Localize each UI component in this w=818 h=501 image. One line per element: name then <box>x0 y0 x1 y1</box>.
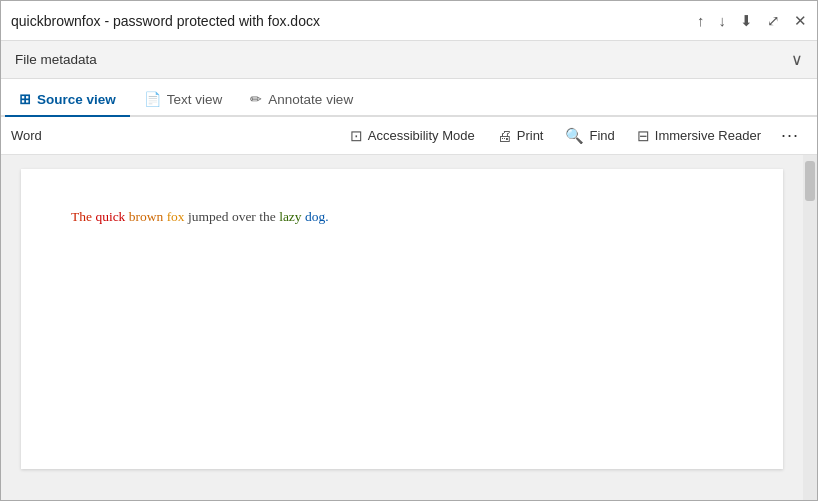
accessibility-icon: ⊡ <box>350 127 363 145</box>
accessibility-mode-button[interactable]: ⊡ Accessibility Mode <box>340 122 485 150</box>
window-title: quickbrownfox - password protected with … <box>11 13 697 29</box>
tab-source-view-label: Source view <box>37 92 116 107</box>
immersive-reader-icon: ⊟ <box>637 127 650 145</box>
immersive-reader-label: Immersive Reader <box>655 128 761 143</box>
tab-bar: ⊞ Source view 📄 Text view ✏ Annotate vie… <box>1 79 817 117</box>
word-brown: brown <box>129 209 167 224</box>
more-icon: ··· <box>781 125 799 145</box>
find-button[interactable]: 🔍 Find <box>555 122 624 150</box>
word-lazy: lazy <box>279 209 305 224</box>
document-text: The quick brown fox jumped over the lazy… <box>71 209 733 225</box>
document-area: The quick brown fox jumped over the lazy… <box>1 155 803 501</box>
more-options-button[interactable]: ··· <box>773 120 807 151</box>
toolbar-actions: ⊡ Accessibility Mode 🖨 Print 🔍 Find ⊟ Im… <box>340 120 807 151</box>
expand-icon[interactable]: ⤢ <box>767 12 780 30</box>
scroll-down-icon[interactable]: ↓ <box>719 12 727 29</box>
toolbar-word-label: Word <box>11 128 42 143</box>
title-bar-controls: ↑ ↓ ⬇ ⤢ ✕ <box>697 12 807 30</box>
tab-annotate-view-label: Annotate view <box>268 92 353 107</box>
toolbar: Word ⊡ Accessibility Mode 🖨 Print 🔍 Find… <box>1 117 817 155</box>
immersive-reader-button[interactable]: ⊟ Immersive Reader <box>627 122 771 150</box>
search-icon: 🔍 <box>565 127 584 145</box>
tab-text-view-label: Text view <box>167 92 223 107</box>
document-page: The quick brown fox jumped over the lazy… <box>21 169 783 469</box>
accessibility-mode-label: Accessibility Mode <box>368 128 475 143</box>
metadata-chevron-icon[interactable]: ∨ <box>791 50 803 69</box>
tab-text-view[interactable]: 📄 Text view <box>130 83 237 117</box>
scroll-up-icon[interactable]: ↑ <box>697 12 705 29</box>
word-the: The <box>71 209 95 224</box>
content-area: The quick brown fox jumped over the lazy… <box>1 155 817 501</box>
print-button[interactable]: 🖨 Print <box>487 122 554 149</box>
print-label: Print <box>517 128 544 143</box>
tab-annotate-view[interactable]: ✏ Annotate view <box>236 83 367 117</box>
text-view-icon: 📄 <box>144 91 161 107</box>
word-fox: fox <box>167 209 188 224</box>
metadata-bar[interactable]: File metadata ∨ <box>1 41 817 79</box>
tab-source-view[interactable]: ⊞ Source view <box>5 83 130 117</box>
close-icon[interactable]: ✕ <box>794 12 807 30</box>
source-view-icon: ⊞ <box>19 91 31 107</box>
download-icon[interactable]: ⬇ <box>740 12 753 30</box>
word-quick: quick <box>95 209 128 224</box>
word-over: over <box>232 209 259 224</box>
word-jumped: jumped <box>188 209 232 224</box>
title-bar: quickbrownfox - password protected with … <box>1 1 817 41</box>
word-the2: the <box>259 209 279 224</box>
metadata-label: File metadata <box>15 52 97 67</box>
annotate-view-icon: ✏ <box>250 91 262 107</box>
scrollbar-thumb[interactable] <box>805 161 815 201</box>
print-icon: 🖨 <box>497 127 512 144</box>
find-label: Find <box>589 128 614 143</box>
word-dog: dog. <box>305 209 329 224</box>
scrollbar[interactable] <box>803 155 817 501</box>
